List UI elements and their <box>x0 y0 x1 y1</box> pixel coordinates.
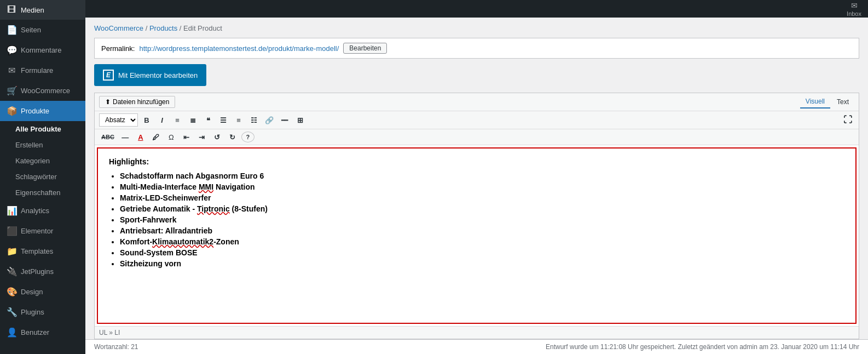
sub-item-label: Erstellen <box>15 141 43 149</box>
elementor-icon: ⬛ <box>7 226 16 236</box>
list-item: Sound-System BOSE <box>120 248 844 257</box>
benutzer-icon: 👤 <box>7 327 16 338</box>
main-area: ✉ Inbox WooCommerce / Products / Edit Pr… <box>85 0 868 354</box>
redo-button[interactable]: ↻ <box>226 132 239 142</box>
word-count-area: Wortanzahl: 21 <box>94 343 138 351</box>
list-item: Schadstoffarm nach Abgasnorm Euro 6 <box>120 172 844 180</box>
format-toolbar-2: ABC — A 🖊 Ω ⇤ ⇥ ↺ ↻ ? <box>95 129 859 145</box>
sidebar-sub-item-schlagworter[interactable]: Schlagwörter <box>0 169 85 185</box>
sidebar-item-label: JetPlugins <box>21 267 54 276</box>
more-button[interactable]: ━━ <box>278 116 291 124</box>
undo-button[interactable]: ↺ <box>211 132 224 142</box>
page-content: WooCommerce / Products / Edit Product Pe… <box>85 18 868 339</box>
jetplugins-icon: 🔌 <box>7 266 16 277</box>
sidebar-sub-item-erstellen[interactable]: Erstellen <box>0 137 85 153</box>
elementor-btn-icon: E <box>103 70 114 81</box>
editor-view-tabs: Visuell Text <box>800 95 854 109</box>
italic-button[interactable]: I <box>155 115 169 125</box>
align-left-button[interactable]: ☰ <box>217 115 230 125</box>
breadcrumb-woocommerce[interactable]: WooCommerce <box>94 24 143 32</box>
inbox-icon: ✉ <box>851 1 858 10</box>
breadcrumb-sep2: / <box>180 24 183 32</box>
breadcrumb-sep1: / <box>146 24 149 32</box>
expand-button[interactable]: ⛶ <box>841 114 854 126</box>
elementor-edit-button[interactable]: E Mit Elementor bearbeiten <box>94 64 206 86</box>
breadcrumb-products[interactable]: Products <box>149 24 177 32</box>
mmi-text: MMI <box>199 182 213 191</box>
sidebar-item-label: Templates <box>21 247 53 255</box>
klimaautomatik-text: Klimaautomatik2 <box>152 237 213 246</box>
ordered-list-button[interactable]: ≣ <box>186 115 199 125</box>
inbox-button[interactable]: ✉ Inbox <box>847 1 861 17</box>
tab-text[interactable]: Text <box>831 95 854 109</box>
status-path: UL » LI <box>99 329 120 336</box>
sub-item-label: Kategorien <box>15 157 50 165</box>
clear-format-button[interactable]: 🖊 <box>149 132 163 142</box>
add-media-button[interactable]: ⬆ Dateien hinzufügen <box>99 96 175 108</box>
breadcrumb-current: Edit Product <box>183 24 222 32</box>
sidebar-sub-item-alle-produkte[interactable]: Alle Produkte <box>0 121 85 137</box>
sidebar-item-label: WooCommerce <box>21 87 70 95</box>
sidebar-sub-item-kategorien[interactable]: Kategorien <box>0 153 85 169</box>
inbox-label: Inbox <box>847 10 861 17</box>
breadcrumb: WooCommerce / Products / Edit Product <box>94 24 859 32</box>
align-center-button[interactable]: ≡ <box>232 115 245 125</box>
woocommerce-icon: 🛒 <box>7 85 16 96</box>
sidebar-item-formulare[interactable]: ✉ Formulare <box>0 60 85 81</box>
bold-button[interactable]: B <box>140 115 153 125</box>
omega-button[interactable]: Ω <box>165 132 178 142</box>
sidebar-item-produkte[interactable]: 📦 Produkte <box>0 101 85 121</box>
page-status-bar: Wortanzahl: 21 Entwurf wurde um 11:21:08… <box>85 339 868 354</box>
permalink-edit-button[interactable]: Bearbeiten <box>343 43 387 54</box>
strikethrough-button[interactable]: ABC <box>99 133 117 141</box>
list-item: Sport-Fahrwerk <box>120 215 844 224</box>
design-icon: 🎨 <box>7 287 16 297</box>
list-item: Antriebsart: Allradantrieb <box>120 226 844 235</box>
sidebar-item-kommentare[interactable]: 💬 Kommentare <box>0 40 85 60</box>
outdent-button[interactable]: ⇤ <box>180 132 193 142</box>
sidebar-item-templates[interactable]: 📁 Templates <box>0 241 85 261</box>
permalink-url[interactable]: http://wordpress.templatemonstertest.de/… <box>139 44 339 53</box>
list-item: Matrix-LED-Scheinwerfer <box>120 193 844 202</box>
unordered-list-button[interactable]: ≡ <box>171 115 184 125</box>
medien-icon: 🎞 <box>7 5 16 15</box>
sidebar-item-label: Seiten <box>21 26 41 34</box>
format-select[interactable]: Absatz <box>99 113 138 127</box>
save-status: Entwurf wurde um 11:21:08 Uhr gespeicher… <box>546 343 859 351</box>
sidebar-item-elementor[interactable]: ⬛ Elementor <box>0 221 85 241</box>
sidebar-item-analytics[interactable]: 📊 Analytics <box>0 201 85 221</box>
sidebar-item-label: Medien <box>21 6 44 14</box>
sidebar-item-medien[interactable]: 🎞 Medien <box>0 0 85 20</box>
help-button[interactable]: ? <box>241 132 254 142</box>
sidebar-item-label: Benutzer <box>21 328 49 336</box>
sidebar-item-jetplugins[interactable]: 🔌 JetPlugins <box>0 261 85 282</box>
tiptronic-text: Tiptronic <box>197 204 230 213</box>
table-button[interactable]: ⊞ <box>293 115 306 125</box>
sidebar-sub-item-eigenschaften[interactable]: Eigenschaften <box>0 185 85 201</box>
kommentare-icon: 💬 <box>7 45 16 55</box>
media-icon: ⬆ <box>105 98 111 106</box>
hr-button[interactable]: — <box>119 132 132 142</box>
sidebar-item-woocommerce[interactable]: 🛒 WooCommerce <box>0 81 85 101</box>
sidebar-item-seiten[interactable]: 📄 Seiten <box>0 20 85 40</box>
editor-content-area[interactable]: Highlights: Schadstoffarm nach Abgasnorm… <box>97 147 857 324</box>
sidebar-item-design[interactable]: 🎨 Design <box>0 282 85 302</box>
sidebar-item-plugins[interactable]: 🔧 Plugins <box>0 302 85 322</box>
content-list: Schadstoffarm nach Abgasnorm Euro 6 Mult… <box>120 172 844 268</box>
tab-visuell[interactable]: Visuell <box>800 95 830 109</box>
link-button[interactable]: 🔗 <box>263 115 276 125</box>
sub-item-label: Schlagwörter <box>15 173 57 181</box>
editor-panel: ⬆ Dateien hinzufügen Visuell Text Absatz… <box>94 93 859 339</box>
blockquote-button[interactable]: ❝ <box>201 115 215 125</box>
seiten-icon: 📄 <box>7 25 16 35</box>
sidebar-item-benutzer[interactable]: 👤 Benutzer <box>0 322 85 342</box>
font-color-button[interactable]: A <box>134 132 147 142</box>
templates-icon: 📁 <box>7 246 16 256</box>
indent-button[interactable]: ⇥ <box>195 132 209 142</box>
sub-item-label: Eigenschaften <box>15 189 60 197</box>
align-right-button[interactable]: ☷ <box>247 115 261 125</box>
list-item: Sitzheizung vorn <box>120 259 844 268</box>
plugins-icon: 🔧 <box>7 307 16 317</box>
formulare-icon: ✉ <box>7 65 16 76</box>
word-count-value: 21 <box>131 343 138 351</box>
